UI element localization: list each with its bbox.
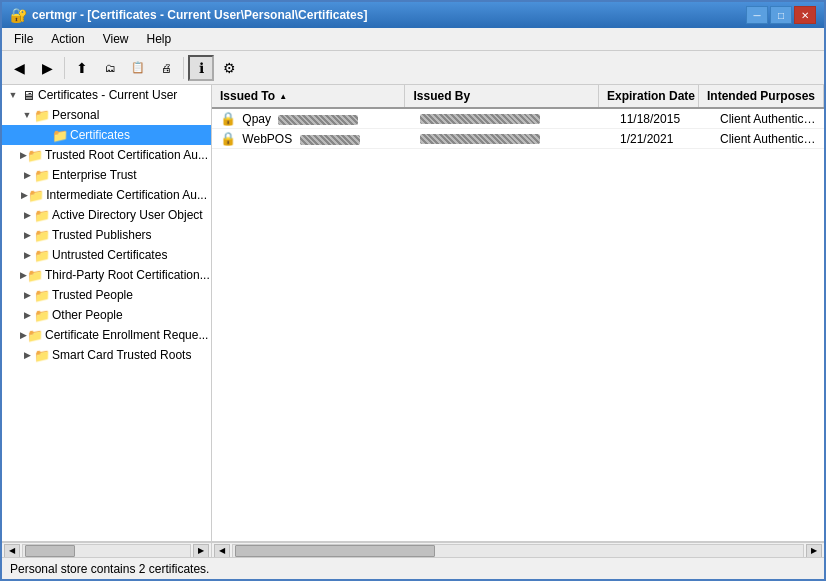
- tree-personal-label: Personal: [52, 108, 99, 122]
- tree-item-cert-enrollment[interactable]: ▶ 📁 Certificate Enrollment Reque...: [2, 325, 211, 345]
- tree-hscroll-left[interactable]: ◀: [4, 544, 20, 558]
- list-hscroll-right[interactable]: ▶: [806, 544, 822, 558]
- minimize-button[interactable]: ─: [746, 6, 768, 24]
- tree-item-third-party[interactable]: ▶ 📁 Third-Party Root Certification...: [2, 265, 211, 285]
- col-purposes-label: Intended Purposes: [707, 89, 815, 103]
- tree-certificates-label: Certificates: [70, 128, 130, 142]
- toolbar-disconnect-button[interactable]: 🖨: [153, 55, 179, 81]
- tree-cert-enrollment-icon: 📁: [27, 327, 43, 343]
- title-bar: 🔐 certmgr - [Certificates - Current User…: [2, 2, 824, 28]
- cell-issued-by-1: [412, 130, 612, 148]
- toolbar-map-button[interactable]: 📋: [125, 55, 151, 81]
- cell-issued-to-1: 🔒 WebPOS: [212, 129, 412, 148]
- redacted-issued-by-0: [420, 114, 540, 124]
- tree-hscroll: ◀ ▶: [2, 542, 212, 558]
- col-expiration-label: Expiration Date: [607, 89, 695, 103]
- redacted-issued-to-0: [278, 115, 358, 125]
- tree-trusted-root-label: Trusted Root Certification Au...: [45, 148, 208, 162]
- tree-enterprise-label: Enterprise Trust: [52, 168, 137, 182]
- col-header-issued-by[interactable]: Issued By: [405, 85, 598, 107]
- col-header-issued-to[interactable]: Issued To ▲: [212, 85, 405, 107]
- cert-name-1: WebPOS: [242, 132, 292, 146]
- list-hscroll-track[interactable]: [232, 544, 804, 558]
- tree-item-trusted-people[interactable]: ▶ 📁 Trusted People: [2, 285, 211, 305]
- tree-item-trusted-publishers[interactable]: ▶ 📁 Trusted Publishers: [2, 225, 211, 245]
- tree-intermediate-icon: 📁: [28, 187, 44, 203]
- tree-other-people-label: Other People: [52, 308, 123, 322]
- tree-item-smart-card[interactable]: ▶ 📁 Smart Card Trusted Roots: [2, 345, 211, 365]
- tree-hscroll-right[interactable]: ▶: [193, 544, 209, 558]
- menu-help[interactable]: Help: [139, 30, 180, 48]
- tree-item-certificates[interactable]: ▶ 📁 Certificates: [2, 125, 211, 145]
- tree-trusted-publishers-toggle[interactable]: ▶: [20, 228, 34, 242]
- toolbar-show-hide-button[interactable]: 🗂: [97, 55, 123, 81]
- tree-third-party-label: Third-Party Root Certification...: [45, 268, 210, 282]
- tree-trusted-root-toggle[interactable]: ▶: [20, 148, 27, 162]
- tree-item-active-directory[interactable]: ▶ 📁 Active Directory User Object: [2, 205, 211, 225]
- list-hscroll-left[interactable]: ◀: [214, 544, 230, 558]
- table-row[interactable]: 🔒 WebPOS 1/21/2021 Client Authenticati..…: [212, 129, 824, 149]
- tree-untrusted-label: Untrusted Certificates: [52, 248, 167, 262]
- tree-other-people-icon: 📁: [34, 307, 50, 323]
- tree-item-trusted-root[interactable]: ▶ 📁 Trusted Root Certification Au...: [2, 145, 211, 165]
- tree-cert-enrollment-toggle[interactable]: ▶: [20, 328, 27, 342]
- cell-expiration-0: 11/18/2015: [612, 110, 712, 128]
- tree-root[interactable]: ▼ 🖥 Certificates - Current User: [2, 85, 211, 105]
- tree-trusted-people-icon: 📁: [34, 287, 50, 303]
- toolbar-up-button[interactable]: ⬆: [69, 55, 95, 81]
- col-header-purposes[interactable]: Intended Purposes: [699, 85, 824, 107]
- tree-trusted-root-icon: 📁: [27, 147, 43, 163]
- list-hscroll: ◀ ▶: [212, 542, 824, 558]
- menu-file[interactable]: File: [6, 30, 41, 48]
- tree-active-directory-label: Active Directory User Object: [52, 208, 203, 222]
- tree-enterprise-toggle[interactable]: ▶: [20, 168, 34, 182]
- col-header-expiration[interactable]: Expiration Date: [599, 85, 699, 107]
- toolbar-settings-button[interactable]: ⚙: [216, 55, 242, 81]
- tree-active-directory-icon: 📁: [34, 207, 50, 223]
- redacted-issued-to-1: [300, 135, 360, 145]
- cell-expiration-1: 1/21/2021: [612, 130, 712, 148]
- maximize-button[interactable]: □: [770, 6, 792, 24]
- tree-item-personal[interactable]: ▼ 📁 Personal: [2, 105, 211, 125]
- tree-hscroll-track[interactable]: [22, 544, 191, 558]
- tree-untrusted-toggle[interactable]: ▶: [20, 248, 34, 262]
- table-row[interactable]: 🔒 Qpay 11/18/2015 Client Authenticati...: [212, 109, 824, 129]
- toolbar-separator-2: [183, 57, 184, 79]
- tree-smart-card-toggle[interactable]: ▶: [20, 348, 34, 362]
- tree-item-intermediate[interactable]: ▶ 📁 Intermediate Certification Au...: [2, 185, 211, 205]
- tree-personal-toggle[interactable]: ▼: [20, 108, 34, 122]
- tree-trusted-publishers-label: Trusted Publishers: [52, 228, 152, 242]
- tree-root-toggle[interactable]: ▼: [6, 88, 20, 102]
- cell-purposes-1: Client Authenticati...: [712, 130, 824, 148]
- tree-item-other-people[interactable]: ▶ 📁 Other People: [2, 305, 211, 325]
- toolbar-back-button[interactable]: ◀: [6, 55, 32, 81]
- cell-purposes-0: Client Authenticati...: [712, 110, 824, 128]
- tree-item-enterprise[interactable]: ▶ 📁 Enterprise Trust: [2, 165, 211, 185]
- tree-third-party-icon: 📁: [27, 267, 43, 283]
- toolbar-separator-1: [64, 57, 65, 79]
- tree-active-directory-toggle[interactable]: ▶: [20, 208, 34, 222]
- toolbar-forward-button[interactable]: ▶: [34, 55, 60, 81]
- tree-trusted-people-toggle[interactable]: ▶: [20, 288, 34, 302]
- col-issued-by-label: Issued By: [413, 89, 470, 103]
- tree-item-untrusted[interactable]: ▶ 📁 Untrusted Certificates: [2, 245, 211, 265]
- col-issued-to-sort-icon: ▲: [279, 92, 287, 101]
- tree-intermediate-label: Intermediate Certification Au...: [46, 188, 207, 202]
- scrollbar-row: ◀ ▶ ◀ ▶: [2, 541, 824, 557]
- col-issued-to-label: Issued To: [220, 89, 275, 103]
- tree-intermediate-toggle[interactable]: ▶: [20, 188, 28, 202]
- tree-personal-icon: 📁: [34, 107, 50, 123]
- close-button[interactable]: ✕: [794, 6, 816, 24]
- tree-enterprise-icon: 📁: [34, 167, 50, 183]
- status-text: Personal store contains 2 certificates.: [10, 562, 209, 576]
- tree-certificates-toggle: ▶: [38, 128, 52, 142]
- tree-other-people-toggle[interactable]: ▶: [20, 308, 34, 322]
- toolbar-info-button[interactable]: ℹ: [188, 55, 214, 81]
- menu-view[interactable]: View: [95, 30, 137, 48]
- tree-panel: ▼ 🖥 Certificates - Current User ▼ 📁 Pers…: [2, 85, 212, 541]
- window-frame: 🔐 certmgr - [Certificates - Current User…: [0, 0, 826, 581]
- tree-root-label: Certificates - Current User: [38, 88, 177, 102]
- list-header: Issued To ▲ Issued By Expiration Date In…: [212, 85, 824, 109]
- menu-action[interactable]: Action: [43, 30, 92, 48]
- tree-third-party-toggle[interactable]: ▶: [20, 268, 27, 282]
